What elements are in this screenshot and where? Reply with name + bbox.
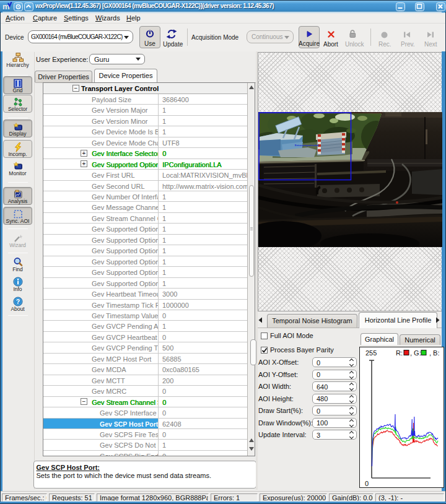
svg-text:?: ? bbox=[15, 298, 19, 305]
svg-text:, B:: , B: bbox=[429, 349, 440, 357]
svg-text:R:: R: bbox=[396, 349, 403, 357]
svg-text:Entsorgungswirtschaft: Entsorgungswirtschaft bbox=[295, 144, 320, 147]
svg-text:, G:: , G: bbox=[410, 349, 421, 357]
svg-text:0: 0 bbox=[365, 480, 369, 487]
svg-text:255: 255 bbox=[365, 349, 377, 357]
